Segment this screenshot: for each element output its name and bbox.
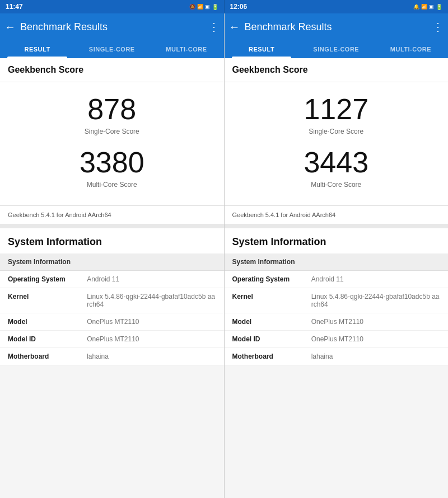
single-core-label-left: Single-Core Score — [85, 128, 139, 135]
info-table-left: System Information Operating System Andr… — [0, 253, 224, 365]
tab-multi-left[interactable]: MULTI-CORE — [149, 40, 223, 58]
info-row-os-left: Operating System Android 11 — [0, 271, 224, 288]
left-panel: ← Benchmark Results ⋮ RESULT SINGLE-CORE… — [0, 13, 225, 498]
menu-button-right[interactable]: ⋮ — [432, 20, 444, 34]
tab-result-left[interactable]: RESULT — [0, 40, 74, 58]
toolbar-title-right: Benchmark Results — [245, 21, 433, 33]
multi-core-score-left: 3380 — [80, 147, 144, 178]
sys-info-title-left: System Information — [0, 228, 224, 253]
version-info-left: Geekbench 5.4.1 for Android AArch64 — [0, 206, 224, 228]
right-toolbar: ← Benchmark Results ⋮ — [225, 13, 449, 40]
toolbar-title-left: Benchmark Results — [20, 21, 208, 33]
info-row-model-right: Model OnePlus MT2110 — [225, 313, 449, 331]
info-table-header-left: System Information — [0, 253, 224, 271]
tab-multi-right[interactable]: MULTI-CORE — [374, 40, 448, 58]
info-row-modelid-left: Model ID OnePlus MT2110 — [0, 331, 224, 348]
status-icons-right: 🔔 📶 ▣ 🔋 — [413, 4, 442, 10]
score-block-left: 878 Single-Core Score 3380 Multi-Core Sc… — [0, 82, 224, 206]
back-button-right[interactable]: ← — [229, 21, 240, 34]
status-time-right: 12:06 — [230, 3, 248, 11]
multi-core-label-left: Multi-Core Score — [87, 181, 137, 189]
info-table-header-right: System Information — [225, 253, 449, 271]
info-row-kernel-left: Kernel Linux 5.4.86-qgki-22444-gbafaf10a… — [0, 288, 224, 313]
right-panel: ← Benchmark Results ⋮ RESULT SINGLE-CORE… — [225, 13, 449, 498]
multi-core-score-right: 3443 — [304, 147, 368, 178]
info-row-motherboard-left: Motherboard lahaina — [0, 348, 224, 365]
info-row-modelid-right: Model ID OnePlus MT2110 — [225, 331, 449, 348]
left-toolbar: ← Benchmark Results ⋮ — [0, 13, 224, 40]
info-table-right: System Information Operating System Andr… — [225, 253, 449, 365]
back-button-left[interactable]: ← — [4, 21, 16, 34]
info-row-motherboard-right: Motherboard lahaina — [225, 348, 449, 365]
geekbench-section-left: Geekbench Score — [0, 58, 224, 82]
status-time-left: 11:47 — [6, 3, 23, 11]
tab-bar-left: RESULT SINGLE-CORE MULTI-CORE — [0, 40, 224, 58]
info-row-kernel-right: Kernel Linux 5.4.86-qgki-22444-gbafaf10a… — [225, 288, 449, 313]
tab-single-right[interactable]: SINGLE-CORE — [299, 40, 374, 58]
info-row-model-left: Model OnePlus MT2110 — [0, 313, 224, 331]
geekbench-section-right: Geekbench Score — [225, 58, 449, 82]
tab-result-right[interactable]: RESULT — [225, 40, 299, 58]
single-core-score-left: 878 — [87, 93, 136, 125]
single-core-score-right: 1127 — [304, 93, 368, 125]
status-icons-left: 🔕 📶 ▣ 🔋 — [189, 4, 218, 10]
sys-info-title-right: System Information — [225, 228, 449, 253]
multi-core-label-right: Multi-Core Score — [311, 181, 361, 189]
version-info-right: Geekbench 5.4.1 for Android AArch64 — [225, 206, 449, 228]
tab-single-left[interactable]: SINGLE-CORE — [74, 40, 149, 58]
tab-bar-right: RESULT SINGLE-CORE MULTI-CORE — [225, 40, 449, 58]
score-block-right: 1127 Single-Core Score 3443 Multi-Core S… — [225, 82, 449, 206]
info-row-os-right: Operating System Android 11 — [225, 271, 449, 288]
menu-button-left[interactable]: ⋮ — [208, 20, 220, 34]
single-core-label-right: Single-Core Score — [309, 128, 363, 135]
